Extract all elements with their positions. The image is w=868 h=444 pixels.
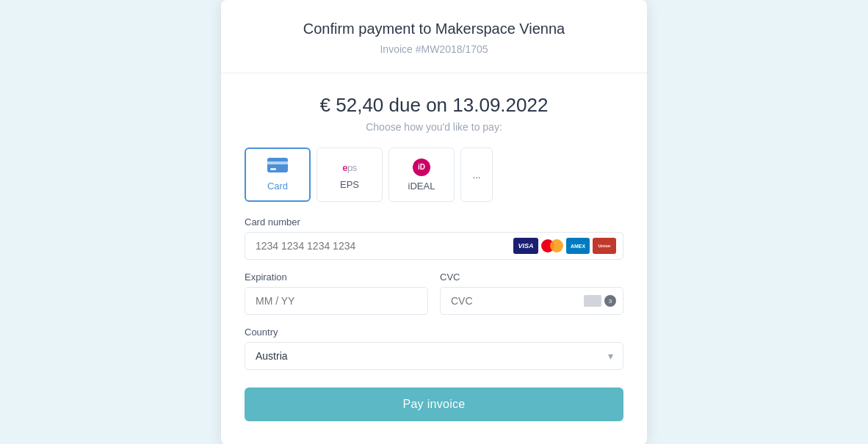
- tab-ideal[interactable]: iD iDEAL: [388, 148, 455, 202]
- payment-tabs: Card eps EPS iD iDEAL ...: [245, 148, 623, 202]
- country-select-wrapper: Austria Germany Switzerland France Italy…: [245, 342, 623, 370]
- cvc-badge: 3: [604, 295, 616, 307]
- cvc-card-shape: [584, 295, 601, 307]
- eps-icon: eps: [342, 159, 356, 175]
- amex-logo: AMEX: [566, 238, 590, 254]
- card-logos: VISA AMEX Union: [513, 238, 616, 254]
- card-number-group: Card number VISA AMEX Union: [245, 216, 623, 260]
- country-select[interactable]: Austria Germany Switzerland France Italy…: [245, 342, 623, 370]
- modal-title: Confirm payment to Makerspace Vienna: [245, 21, 623, 37]
- card-number-wrapper: VISA AMEX Union: [245, 232, 623, 260]
- pay-invoice-button[interactable]: Pay invoice: [245, 387, 623, 421]
- card-number-label: Card number: [245, 216, 623, 228]
- expiration-label: Expiration: [245, 272, 428, 283]
- tab-card-label: Card: [267, 181, 288, 192]
- expiry-cvc-row: Expiration CVC 3: [245, 272, 623, 327]
- cvc-label: CVC: [440, 272, 623, 283]
- tab-card[interactable]: Card: [245, 148, 311, 202]
- cvc-wrapper: 3: [440, 287, 623, 315]
- invoice-number: Invoice #MW2018/1705: [245, 43, 623, 55]
- tab-eps-label: EPS: [340, 179, 359, 190]
- payment-modal: Confirm payment to Makerspace Vienna Inv…: [221, 0, 647, 444]
- modal-body: € 52,40 due on 13.09.2022 Choose how you…: [221, 73, 647, 444]
- visa-logo: VISA: [513, 238, 538, 254]
- expiration-input[interactable]: [245, 287, 428, 315]
- choose-text: Choose how you'd like to pay:: [245, 121, 623, 133]
- tab-eps[interactable]: eps EPS: [317, 148, 383, 202]
- unionpay-logo: Union: [593, 238, 616, 254]
- cvc-group: CVC 3: [440, 272, 623, 315]
- card-icon: [267, 158, 288, 176]
- ideal-icon: iD: [413, 159, 430, 176]
- country-group: Country Austria Germany Switzerland Fran…: [245, 327, 623, 370]
- cvc-icon: 3: [584, 295, 616, 307]
- amount-section: € 52,40 due on 13.09.2022 Choose how you…: [245, 94, 623, 133]
- mastercard-logo: [541, 238, 563, 254]
- country-label: Country: [245, 327, 623, 338]
- amount-display: € 52,40 due on 13.09.2022: [245, 94, 623, 117]
- tab-more-label: ...: [473, 170, 481, 181]
- tab-ideal-label: iDEAL: [408, 181, 435, 192]
- tab-more[interactable]: ...: [460, 148, 493, 202]
- expiration-group: Expiration: [245, 272, 428, 315]
- modal-header: Confirm payment to Makerspace Vienna Inv…: [221, 0, 647, 73]
